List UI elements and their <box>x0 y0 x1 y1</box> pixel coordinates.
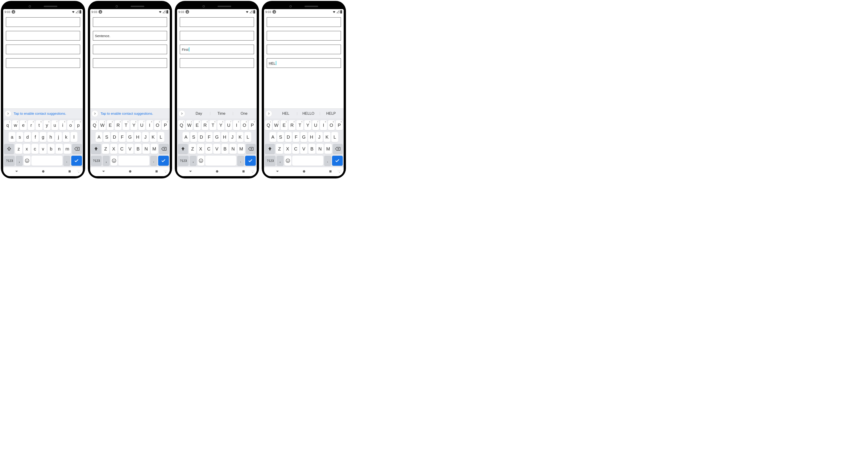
key-shift[interactable] <box>4 144 14 154</box>
key-s[interactable]: s <box>17 132 23 142</box>
key-t[interactable]: 5T <box>122 120 129 130</box>
key-r[interactable]: 4R <box>288 120 296 130</box>
key-period[interactable]: . <box>324 156 331 166</box>
key-comma[interactable]: , <box>16 156 23 166</box>
key-l[interactable]: l <box>70 132 78 142</box>
key-k[interactable]: K <box>150 132 157 142</box>
text-input-2[interactable] <box>6 44 80 54</box>
key-m[interactable]: m <box>64 144 71 154</box>
key-n[interactable]: N <box>316 144 323 154</box>
key-o[interactable]: 9O <box>328 120 335 130</box>
key-period[interactable]: . <box>237 156 244 166</box>
key-h[interactable]: H <box>308 132 315 142</box>
key-x[interactable]: X <box>197 144 205 154</box>
key-p[interactable]: 0P <box>336 120 343 130</box>
key-d[interactable]: D <box>285 132 292 142</box>
key-h[interactable]: h <box>47 132 54 142</box>
key-o[interactable]: 9O <box>154 120 161 130</box>
text-input-0[interactable] <box>93 17 167 27</box>
key-x[interactable]: X <box>284 144 291 154</box>
key-e[interactable]: 3E <box>281 120 288 130</box>
key-e[interactable]: 3E <box>194 120 201 130</box>
suggestion-hint[interactable]: Tap to enable contact suggestions. <box>14 112 82 115</box>
key-emoji[interactable] <box>197 156 205 166</box>
text-input-2[interactable] <box>267 44 341 54</box>
key-u[interactable]: 7U <box>225 120 232 130</box>
key-y[interactable]: 6Y <box>217 120 224 130</box>
text-input-2[interactable]: First <box>180 44 254 54</box>
key-p[interactable]: 0P <box>162 120 169 130</box>
suggestion-0[interactable]: HEL <box>275 111 297 117</box>
text-input-1[interactable] <box>6 31 80 40</box>
nav-recent-button[interactable] <box>329 170 332 174</box>
key-a[interactable]: A <box>96 132 102 142</box>
nav-home-button[interactable] <box>128 169 132 174</box>
key-space[interactable] <box>205 156 236 166</box>
key-symbols[interactable]: ?123 <box>4 156 15 166</box>
key-period[interactable]: . <box>150 156 157 166</box>
key-w[interactable]: 2W <box>99 120 106 130</box>
key-s[interactable]: S <box>277 132 284 142</box>
key-f[interactable]: F <box>293 132 300 142</box>
key-v[interactable]: V <box>126 144 133 154</box>
key-u[interactable]: 7U <box>138 120 146 130</box>
text-input-1[interactable] <box>267 31 341 40</box>
expand-suggestions-button[interactable] <box>266 110 272 117</box>
key-backspace[interactable] <box>333 144 343 154</box>
keyboard-collapse-icon[interactable] <box>163 170 168 174</box>
keyboard-collapse-icon[interactable] <box>337 170 342 174</box>
key-emoji[interactable] <box>24 156 31 166</box>
expand-suggestions-button[interactable] <box>5 110 11 117</box>
key-r[interactable]: 4R <box>202 120 209 130</box>
key-n[interactable]: n <box>56 144 63 154</box>
key-y[interactable]: 6y <box>43 120 51 130</box>
key-comma[interactable]: , <box>103 156 110 166</box>
key-m[interactable]: M <box>324 144 332 154</box>
key-b[interactable]: b <box>48 144 55 154</box>
keyboard-collapse-icon[interactable] <box>76 170 81 174</box>
key-backspace[interactable] <box>246 144 256 154</box>
key-enter[interactable] <box>71 156 82 166</box>
suggestion-2[interactable]: HELP <box>320 111 342 117</box>
key-z[interactable]: Z <box>189 144 196 154</box>
key-f[interactable]: f <box>32 132 39 142</box>
key-b[interactable]: B <box>134 144 142 154</box>
key-k[interactable]: K <box>323 132 331 142</box>
key-l[interactable]: L <box>331 132 338 142</box>
key-enter[interactable] <box>158 156 169 166</box>
nav-home-button[interactable] <box>41 169 45 174</box>
key-v[interactable]: V <box>300 144 307 154</box>
key-e[interactable]: 3e <box>20 120 27 130</box>
key-enter[interactable] <box>332 156 343 166</box>
key-t[interactable]: 5t <box>35 120 42 130</box>
key-d[interactable]: d <box>24 132 31 142</box>
key-q[interactable]: 1q <box>4 120 11 130</box>
nav-back-button[interactable] <box>275 169 279 174</box>
key-enter[interactable] <box>245 156 256 166</box>
nav-recent-button[interactable] <box>242 170 245 174</box>
key-d[interactable]: D <box>111 132 118 142</box>
key-b[interactable]: B <box>221 144 229 154</box>
key-w[interactable]: 2W <box>186 120 193 130</box>
key-i[interactable]: 8I <box>146 120 153 130</box>
key-shift[interactable] <box>91 144 101 154</box>
key-u[interactable]: 7U <box>312 120 319 130</box>
key-p[interactable]: 0p <box>75 120 82 130</box>
key-symbols[interactable]: ?123 <box>265 156 276 166</box>
text-input-1[interactable] <box>180 31 254 40</box>
nav-home-button[interactable] <box>215 169 219 174</box>
key-period[interactable]: . <box>63 156 70 166</box>
key-c[interactable]: C <box>292 144 300 154</box>
key-a[interactable]: a <box>9 132 16 142</box>
suggestion-0[interactable]: Day <box>188 111 210 117</box>
key-m[interactable]: M <box>151 144 158 154</box>
key-backspace[interactable] <box>72 144 82 154</box>
key-g[interactable]: G <box>214 132 220 142</box>
key-d[interactable]: D <box>198 132 205 142</box>
nav-back-button[interactable] <box>101 169 105 174</box>
nav-back-button[interactable] <box>188 169 192 174</box>
key-comma[interactable]: , <box>190 156 197 166</box>
expand-suggestions-button[interactable] <box>92 110 98 117</box>
key-f[interactable]: F <box>206 132 213 142</box>
key-r[interactable]: 4R <box>115 120 122 130</box>
